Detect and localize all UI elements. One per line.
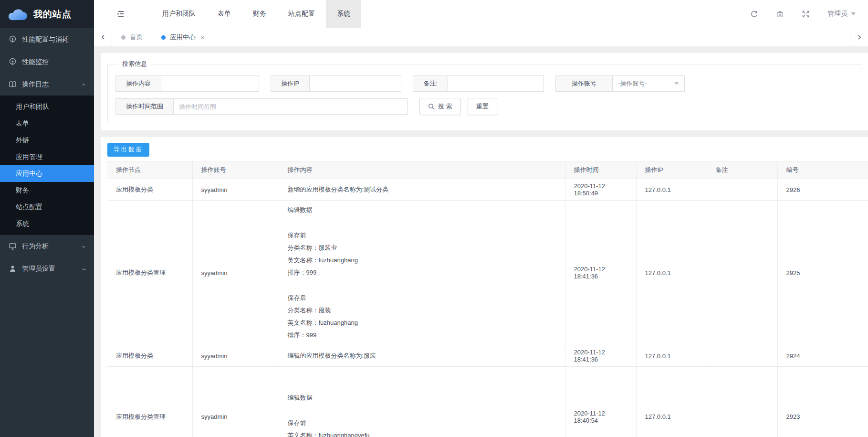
log-table-panel: 导出数据 操作节点操作账号操作内容操作时间操作IP备注编号 应用模板分类syya… (101, 137, 868, 437)
cell-node: 应用模板分类管理 (107, 201, 192, 345)
note-field-group: 备注: (413, 75, 544, 92)
submenu-item-站点配置[interactable]: 站点配置 (0, 199, 94, 215)
content-line: 保存前 (288, 417, 556, 429)
search-fieldset: 搜索信息 操作内容 操作IP 备注: 操作账号 (107, 60, 861, 123)
topnav-item-站点配置[interactable]: 站点配置 (277, 0, 326, 28)
tab-首页[interactable]: 首页 (112, 28, 152, 46)
cell-node: 应用模板分类 (107, 345, 192, 367)
tab-label: 首页 (130, 33, 143, 42)
column-header-操作内容: 操作内容 (279, 161, 565, 179)
tab-status-dot (161, 35, 166, 40)
time-range-group: 操作时间范围 (115, 98, 408, 115)
refresh-icon[interactable] (750, 10, 758, 18)
note-input[interactable] (448, 75, 544, 92)
column-header-操作IP: 操作IP (636, 161, 707, 179)
time-range-input[interactable] (174, 98, 408, 115)
ip-input[interactable] (310, 75, 401, 92)
tabs: 首页应用中心× (112, 28, 214, 46)
top-navbar: 用户和团队表单财务站点配置系统 管理员 (94, 0, 868, 28)
submenu-item-系统[interactable]: 系统 (0, 215, 94, 232)
submenu-item-应用中心[interactable]: 应用中心 (0, 165, 94, 182)
cell-node: 应用模板分类 (107, 179, 192, 201)
tab-应用中心[interactable]: 应用中心× (152, 28, 214, 46)
monitor-icon (9, 242, 17, 250)
podcast-icon (9, 35, 17, 43)
ip-field-label: 操作IP (271, 75, 310, 92)
sidebar-item-label: 操作日志 (22, 80, 81, 89)
submenu-item-用户和团队[interactable]: 用户和团队 (0, 98, 94, 115)
table-row: 应用模板分类syyadmin新增的应用模板分类名称为:测试分类2020-11-1… (107, 179, 868, 201)
content-line (288, 279, 556, 292)
sidebar-item-label: 性能配置与消耗 (22, 35, 86, 44)
tabs-scroll-right-icon[interactable] (850, 28, 868, 46)
submenu-item-表单[interactable]: 表单 (0, 115, 94, 132)
sidebar-item-admin-settings[interactable]: 管理员设置 (0, 257, 94, 280)
fullscreen-icon[interactable] (802, 10, 810, 18)
search-icon (428, 103, 435, 110)
topnav-item-用户和团队[interactable]: 用户和团队 (151, 0, 207, 28)
cell-time: 2020-11-12 18:41:36 (565, 345, 636, 367)
sidebar-item-performance-config[interactable]: 性能配置与消耗 (0, 28, 94, 51)
sidebar-item-label: 行为分析 (22, 242, 81, 251)
cell-note (707, 201, 777, 345)
chevron-down-icon (674, 82, 679, 85)
logo: 我的站点 (0, 0, 94, 28)
sidebar-collapse-icon[interactable] (111, 10, 130, 18)
topnav-item-财务[interactable]: 财务 (242, 0, 277, 28)
column-header-操作时间: 操作时间 (565, 161, 636, 179)
operation-log-submenu: 用户和团队表单外链应用管理应用中心财务站点配置系统 (0, 96, 94, 235)
tabs-scroll-left-icon[interactable] (94, 28, 112, 46)
content-line: 分类名称：服装业 (288, 242, 556, 254)
site-name: 我的站点 (33, 8, 72, 21)
cell-content: 新增的应用模板分类名称为:测试分类 (279, 179, 565, 201)
reset-button-label: 重置 (476, 102, 489, 111)
cell-content: 编辑数据保存前英文名称：fuzhuanghangyefu (279, 367, 565, 437)
sidebar-item-behavior-analysis[interactable]: 行为分析 (0, 235, 94, 257)
tab-close-icon[interactable]: × (200, 34, 205, 41)
content-line: 保存后 (288, 292, 556, 304)
tab-label: 应用中心 (170, 33, 196, 42)
tab-status-dot (121, 35, 125, 40)
content-line: 编辑的应用模板分类名称为:服装 (288, 350, 556, 362)
cloud-logo-icon (7, 7, 29, 22)
content-line: 编辑数据 (288, 392, 556, 404)
content-input[interactable] (161, 75, 259, 92)
export-data-button[interactable]: 导出数据 (107, 143, 149, 157)
cell-ip: 127.0.0.1 (636, 201, 707, 345)
column-header-备注: 备注 (707, 161, 777, 179)
submenu-item-财务[interactable]: 财务 (0, 182, 94, 199)
search-button-label: 搜 索 (438, 102, 452, 111)
user-menu[interactable]: 管理员 (827, 10, 856, 18)
search-button[interactable]: 搜 索 (419, 98, 461, 115)
cell-note (707, 367, 777, 437)
content-line: 分类名称：服装 (288, 304, 556, 317)
cell-account: syyadmin (192, 179, 279, 201)
user-icon (9, 265, 17, 273)
sidebar-item-performance-monitor[interactable]: 性能监控 (0, 51, 94, 73)
reset-button[interactable]: 重置 (468, 98, 497, 115)
tab-bar: 首页应用中心× (94, 28, 868, 46)
topnav-item-表单[interactable]: 表单 (207, 0, 242, 28)
cell-content: 编辑数据保存前分类名称：服装业英文名称：fuzhuanghang排序：999保存… (279, 201, 565, 345)
sidebar-item-operation-log[interactable]: 操作日志 (0, 73, 94, 96)
table-row: 应用模板分类syyadmin编辑的应用模板分类名称为:服装2020-11-12 … (107, 345, 868, 367)
cell-node: 应用模板分类管理 (107, 367, 192, 437)
topnav-item-系统[interactable]: 系统 (326, 0, 361, 28)
cell-account: syyadmin (192, 367, 279, 437)
time-range-label: 操作时间范围 (115, 98, 174, 115)
cell-time: 2020-11-12 18:41:36 (565, 201, 636, 345)
cell-account: syyadmin (192, 345, 279, 367)
account-select[interactable]: -操作账号- (613, 75, 685, 92)
submenu-item-外链[interactable]: 外链 (0, 132, 94, 149)
table-row: 应用模板分类管理syyadmin编辑数据保存前分类名称：服装业英文名称：fuzh… (107, 201, 868, 345)
submenu-item-应用管理[interactable]: 应用管理 (0, 149, 94, 165)
content-line: 排序：999 (288, 329, 556, 341)
content-field-label: 操作内容 (115, 75, 161, 92)
operation-log-table: 操作节点操作账号操作内容操作时间操作IP备注编号 应用模板分类syyadmin新… (107, 161, 868, 437)
sidebar-item-label: 管理员设置 (22, 265, 81, 273)
podcast-icon (9, 58, 17, 66)
cell-note (707, 345, 777, 367)
content-line (288, 404, 556, 417)
trash-icon[interactable] (776, 10, 784, 18)
content-line: 新增的应用模板分类名称为:测试分类 (288, 183, 556, 196)
